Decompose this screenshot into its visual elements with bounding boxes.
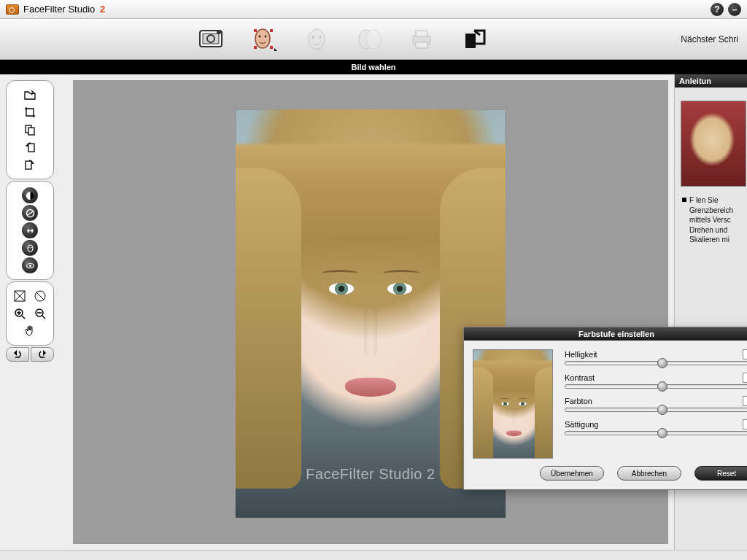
guide-text: F len Sie Grenzbereich mittels Versc Dre… xyxy=(675,195,747,245)
undo-button[interactable] xyxy=(6,347,29,362)
svg-rect-20 xyxy=(28,128,34,135)
slider-label-hue: Farbton xyxy=(565,397,592,405)
svg-point-13 xyxy=(320,36,322,38)
app-title-text: FaceFilter Studio xyxy=(23,4,95,15)
slider-brightness: Helligkeit xyxy=(565,349,747,365)
dialog-title: Farbstufe einstellen xyxy=(578,330,654,338)
svg-point-26 xyxy=(28,246,29,247)
tool-open[interactable] xyxy=(11,87,49,103)
slider-contrast: Kontrast xyxy=(565,373,747,389)
slider-value-brightness[interactable] xyxy=(743,349,747,359)
minimize-button[interactable]: – xyxy=(728,3,741,16)
dialog-cancel-button[interactable]: Abbrechen xyxy=(617,466,681,481)
tool-palette xyxy=(6,80,54,362)
redo-button[interactable] xyxy=(31,347,54,362)
step-open-image[interactable] xyxy=(196,25,228,54)
tool-copy[interactable] xyxy=(11,122,49,138)
slider-value-contrast[interactable] xyxy=(743,373,747,383)
app-version: 2 xyxy=(100,4,105,15)
slider-label-saturation: Sättigung xyxy=(565,420,598,429)
slider-knob-contrast[interactable] xyxy=(657,381,667,392)
tool-zoom-in[interactable] xyxy=(11,306,28,322)
svg-rect-7 xyxy=(254,29,257,32)
section-header-label: Bild wahlen xyxy=(351,63,395,71)
svg-point-2 xyxy=(217,30,221,34)
svg-point-11 xyxy=(309,29,325,50)
slider-track-contrast[interactable] xyxy=(565,384,747,389)
guide-header: Anleitun xyxy=(675,74,747,88)
svg-rect-9 xyxy=(254,46,257,49)
dialog-apply-button[interactable]: Übernehmen xyxy=(540,466,604,481)
dialog-apply-label: Übernehmen xyxy=(551,470,593,478)
slider-track-brightness[interactable] xyxy=(565,361,747,365)
dialog-reset-label: Reset xyxy=(717,470,736,478)
tool-fit[interactable] xyxy=(11,288,28,304)
svg-point-15 xyxy=(366,30,381,49)
svg-point-29 xyxy=(28,264,31,266)
step-print[interactable] xyxy=(406,25,438,54)
slider-knob-brightness[interactable] xyxy=(657,358,667,368)
step-fit-face[interactable] xyxy=(248,25,280,54)
svg-rect-8 xyxy=(270,29,273,32)
svg-rect-22 xyxy=(26,161,31,169)
slider-knob-hue[interactable] xyxy=(657,405,667,415)
tool-pan[interactable] xyxy=(11,323,49,339)
svg-point-4 xyxy=(255,29,270,48)
dialog-cancel-label: Abbrechen xyxy=(632,470,667,478)
slider-track-saturation[interactable] xyxy=(565,431,747,435)
slider-saturation: Sättigung xyxy=(565,419,747,435)
next-step-label: Nächster Schri xyxy=(681,34,738,44)
tool-smart-portrait[interactable] xyxy=(22,240,38,256)
section-header: Bild wahlen xyxy=(0,60,747,74)
tool-rotate-left[interactable] xyxy=(11,139,49,155)
svg-rect-17 xyxy=(416,31,427,36)
dialog-sliders: Helligkeit Kontrast Farbton Sättigung xyxy=(565,349,747,459)
title-bar: FaceFilter Studio 2 ? – xyxy=(0,0,747,19)
svg-point-5 xyxy=(259,35,261,37)
step-expression[interactable] xyxy=(301,25,333,54)
svg-point-6 xyxy=(265,35,267,37)
svg-rect-18 xyxy=(416,42,427,48)
step-toolbar: Nächster Schri xyxy=(0,19,747,60)
tool-color-balance[interactable] xyxy=(22,205,38,221)
main-area: FaceFilter Studio 2 Anleitun F len Sie G… xyxy=(0,74,747,550)
slider-track-hue[interactable] xyxy=(565,408,747,412)
svg-point-12 xyxy=(312,36,314,38)
color-level-dialog: Farbstufe einstellen Helligkeit xyxy=(463,327,747,490)
dialog-title-bar[interactable]: Farbstufe einstellen xyxy=(464,327,747,341)
dialog-preview xyxy=(473,349,553,459)
palette-group-view xyxy=(6,281,54,346)
step-exit[interactable] xyxy=(458,25,490,54)
guide-text-lead: F len Sie xyxy=(689,196,718,204)
help-button[interactable]: ? xyxy=(711,3,724,16)
tool-contrast[interactable] xyxy=(22,187,38,203)
step-skin[interactable] xyxy=(353,25,385,54)
next-step-link[interactable]: Nächster Schri xyxy=(681,19,738,59)
tool-crop[interactable] xyxy=(11,104,49,120)
guide-illustration xyxy=(681,101,746,187)
bullet-icon xyxy=(682,198,686,202)
tool-zoom-out[interactable] xyxy=(31,306,49,322)
palette-group-file xyxy=(6,80,54,179)
slider-value-hue[interactable] xyxy=(743,396,747,406)
svg-rect-21 xyxy=(28,144,34,152)
app-title: FaceFilter Studio 2 xyxy=(23,4,105,15)
svg-rect-10 xyxy=(270,46,273,49)
guide-text-body: Grenzbereich mittels Versc Drehen und Sk… xyxy=(689,206,744,245)
slider-label-contrast: Kontrast xyxy=(565,373,595,382)
slider-value-saturation[interactable] xyxy=(743,419,747,429)
tool-rotate-right[interactable] xyxy=(11,157,49,173)
svg-point-25 xyxy=(28,245,33,252)
tool-actual[interactable] xyxy=(31,288,49,304)
palette-group-adjust xyxy=(6,181,54,280)
status-bar xyxy=(0,550,747,560)
guide-header-label: Anleitun xyxy=(679,77,711,85)
dialog-reset-button[interactable]: Reset xyxy=(694,466,747,481)
app-logo-icon xyxy=(6,4,19,15)
tool-levels[interactable] xyxy=(22,222,38,238)
slider-knob-saturation[interactable] xyxy=(657,428,667,438)
svg-point-27 xyxy=(31,246,31,247)
tool-redeye[interactable] xyxy=(22,257,38,273)
slider-label-brightness: Helligkeit xyxy=(565,350,597,359)
slider-hue: Farbton xyxy=(565,396,747,412)
